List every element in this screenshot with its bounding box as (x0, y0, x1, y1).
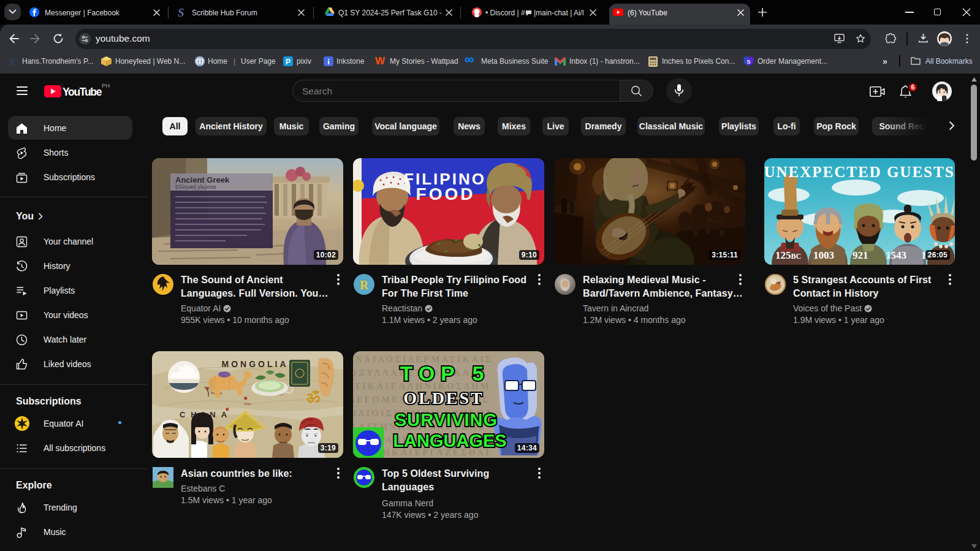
svg-text:LANGUAGES: LANGUAGES (393, 431, 506, 450)
svg-text:Xian: Xian (244, 402, 251, 406)
svg-text:FOOD: FOOD (416, 184, 476, 203)
svg-text:OLDEST: OLDEST (403, 389, 484, 408)
svg-text:S: S (746, 59, 750, 65)
svg-text:UNEXPECTED GUESTS: UNEXPECTED GUESTS (764, 164, 955, 180)
svg-text:Ελληνική γλώσσα: Ελληνική γλώσσα (175, 184, 216, 190)
svg-text:921: 921 (853, 249, 868, 261)
svg-text:1003: 1003 (813, 249, 834, 261)
svg-text:Ancient Greek: Ancient Greek (175, 175, 230, 184)
svg-text:TOP 5: TOP 5 (400, 362, 490, 385)
svg-text:⬤: ⬤ (244, 396, 248, 400)
svg-text:P: P (286, 58, 291, 66)
svg-text:ॐ: ॐ (306, 389, 320, 406)
svg-text:1543: 1543 (886, 249, 906, 261)
svg-text:R: R (360, 278, 369, 292)
svg-text:i: i (327, 57, 330, 66)
svg-text:MONGOLIA: MONGOLIA (222, 359, 289, 369)
svg-text:SURVIVING: SURVIVING (395, 410, 498, 430)
